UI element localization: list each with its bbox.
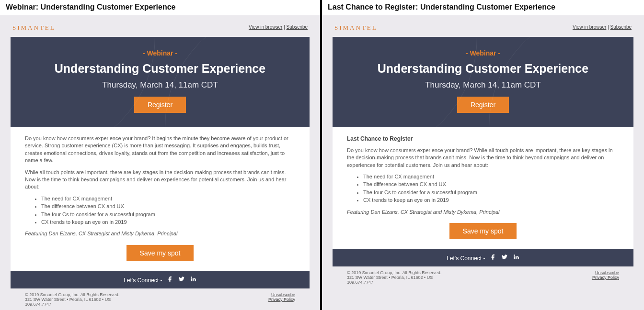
featuring-line: Featuring Dan Eizans, CX Strategist and … <box>347 209 619 216</box>
brand-logo: simantel <box>12 22 56 32</box>
subject-line: Last Chance to Register: Understanding C… <box>322 0 644 15</box>
hero-eyebrow: - Webinar - <box>20 49 300 57</box>
body-p1: Do you know how consumers experience you… <box>25 135 295 165</box>
footer-legal: © 2019 Simantel Group, Inc. All Rights R… <box>25 292 119 307</box>
list-item: CX trends to keep an eye on in 2019 <box>41 219 295 226</box>
bullet-list: The need for CX management The differenc… <box>25 195 295 226</box>
save-spot-button[interactable]: Save my spot <box>449 223 517 239</box>
linkedin-icon[interactable] <box>190 276 196 284</box>
subscribe-link[interactable]: Subscribe <box>610 24 632 30</box>
unsubscribe-link[interactable]: Unsubscribe <box>592 270 619 275</box>
footer-links: Unsubscribe Privacy Policy <box>592 270 619 285</box>
save-spot-button[interactable]: Save my spot <box>126 245 194 261</box>
body-p2: While all touch points are important, th… <box>25 169 295 191</box>
brand-logo: simantel <box>334 22 378 32</box>
footer: © 2019 Simantel Group, Inc. All Rights R… <box>11 288 310 310</box>
hero-banner: - Webinar - Understanding Customer Exper… <box>11 37 310 127</box>
footer-legal: © 2019 Simantel Group, Inc. All Rights R… <box>347 270 441 285</box>
email-variant-a: Webinar: Understanding Customer Experien… <box>0 0 322 310</box>
footer-links: Unsubscribe Privacy Policy <box>268 292 295 307</box>
hero-date: Thursday, March 14, 11am CDT <box>20 80 300 90</box>
list-item: The four Cs to consider for a successful… <box>41 211 295 218</box>
connect-bar: Let's Connect - <box>11 271 310 288</box>
list-item: The difference between CX and UX <box>363 181 619 188</box>
subscribe-link[interactable]: Subscribe <box>287 24 308 30</box>
list-item: The difference between CX and UX <box>41 203 295 210</box>
privacy-link[interactable]: Privacy Policy <box>592 275 619 280</box>
list-item: The need for CX management <box>363 173 619 180</box>
facebook-icon[interactable] <box>167 276 173 284</box>
register-button[interactable]: Register <box>457 97 509 113</box>
twitter-icon[interactable] <box>178 276 185 284</box>
bullet-list: The need for CX management The differenc… <box>347 173 619 204</box>
preheader-links: View in browser | Subscribe <box>573 24 632 30</box>
body-content: Last Chance to Register Do you know how … <box>333 127 633 249</box>
hero-banner: - Webinar - Understanding Customer Exper… <box>333 37 633 127</box>
list-item: The four Cs to consider for a successful… <box>363 189 619 196</box>
hero-title: Understanding Customer Experience <box>342 62 624 76</box>
hero-title: Understanding Customer Experience <box>20 62 300 76</box>
email-canvas: simantel View in browser | Subscribe - W… <box>0 15 320 310</box>
featuring-line: Featuring Dan Eizans, CX Strategist and … <box>25 230 295 237</box>
connect-label: Let's Connect - <box>124 277 162 284</box>
email-variant-b: Last Chance to Register: Understanding C… <box>322 0 644 310</box>
hero-eyebrow: - Webinar - <box>342 49 624 57</box>
list-item: CX trends to keep an eye on in 2019 <box>363 197 619 204</box>
hero-date: Thursday, March 14, 11am CDT <box>342 80 624 90</box>
body-p1: Do you know how consumers experience you… <box>347 147 619 169</box>
register-button[interactable]: Register <box>134 97 186 113</box>
connect-label: Let's Connect - <box>447 255 485 262</box>
email-canvas: simantel View in browser | Subscribe - W… <box>322 15 644 310</box>
connect-bar: Let's Connect - <box>333 249 633 266</box>
twitter-icon[interactable] <box>501 254 508 262</box>
footer: © 2019 Simantel Group, Inc. All Rights R… <box>333 266 633 292</box>
body-content: Do you know how consumers experience you… <box>11 127 310 271</box>
view-in-browser-link[interactable]: View in browser <box>573 24 606 30</box>
preheader-links: View in browser | Subscribe <box>249 24 308 30</box>
list-item: The need for CX management <box>41 195 295 202</box>
view-in-browser-link[interactable]: View in browser <box>249 24 282 30</box>
facebook-icon[interactable] <box>490 254 496 262</box>
preheader-row: simantel View in browser | Subscribe <box>333 19 633 37</box>
unsubscribe-link[interactable]: Unsubscribe <box>268 292 295 297</box>
preheader-row: simantel View in browser | Subscribe <box>11 19 310 37</box>
linkedin-icon[interactable] <box>513 254 519 262</box>
privacy-link[interactable]: Privacy Policy <box>268 297 295 302</box>
subject-line: Webinar: Understanding Customer Experien… <box>0 0 320 15</box>
body-subhead: Last Chance to Register <box>347 135 619 143</box>
